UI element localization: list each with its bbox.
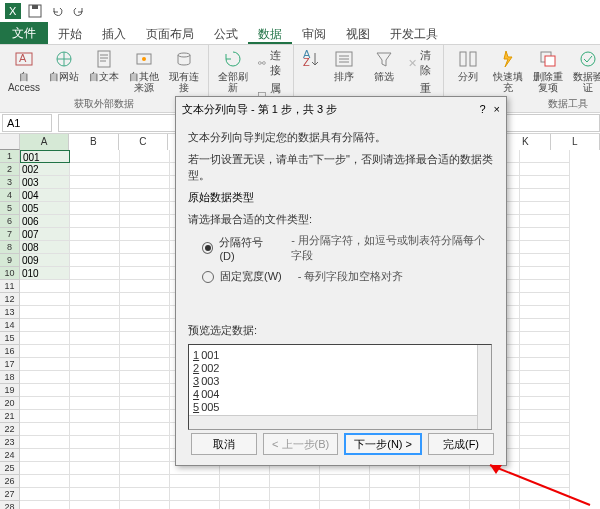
from-access-button[interactable]: A自 Access [6, 47, 42, 95]
cell[interactable] [120, 423, 170, 436]
cell[interactable] [70, 358, 120, 371]
cell[interactable] [120, 332, 170, 345]
cell[interactable] [20, 280, 70, 293]
cell[interactable] [120, 358, 170, 371]
tab-view[interactable]: 视图 [336, 22, 380, 44]
cell[interactable] [520, 176, 570, 189]
cell[interactable] [70, 501, 120, 509]
cell[interactable] [120, 163, 170, 176]
cell[interactable] [120, 241, 170, 254]
cell[interactable] [70, 267, 120, 280]
cancel-button[interactable]: 取消 [191, 433, 257, 455]
cell[interactable] [20, 293, 70, 306]
cell[interactable] [20, 410, 70, 423]
save-icon[interactable] [26, 2, 44, 20]
next-button[interactable]: 下一步(N) > [344, 433, 422, 455]
row-head[interactable]: 8 [0, 241, 19, 254]
row-head[interactable]: 16 [0, 345, 19, 358]
cell[interactable] [370, 488, 420, 501]
cell[interactable] [170, 501, 220, 509]
connections-item[interactable]: 连接 [255, 47, 287, 79]
cell[interactable] [20, 423, 70, 436]
cell[interactable] [520, 241, 570, 254]
cell[interactable] [70, 176, 120, 189]
row-head[interactable]: 11 [0, 280, 19, 293]
cell[interactable] [520, 423, 570, 436]
cell[interactable] [520, 371, 570, 384]
sort-az-button[interactable]: AZ [300, 47, 322, 73]
undo-icon[interactable] [48, 2, 66, 20]
cell[interactable] [520, 449, 570, 462]
cell[interactable] [220, 488, 270, 501]
cell[interactable] [20, 475, 70, 488]
cell[interactable] [120, 345, 170, 358]
row-head[interactable]: 1 [0, 150, 19, 163]
row-head[interactable]: 12 [0, 293, 19, 306]
cell[interactable] [120, 306, 170, 319]
cell[interactable] [70, 371, 120, 384]
cell[interactable] [120, 319, 170, 332]
cell[interactable] [270, 475, 320, 488]
cell[interactable] [120, 462, 170, 475]
row-head[interactable]: 26 [0, 475, 19, 488]
cell[interactable]: 010 [20, 267, 70, 280]
flash-fill-button[interactable]: 快速填充 [490, 47, 526, 95]
row-head[interactable]: 17 [0, 358, 19, 371]
cell[interactable] [120, 436, 170, 449]
cell[interactable] [70, 254, 120, 267]
cell[interactable] [120, 189, 170, 202]
row-head[interactable]: 21 [0, 410, 19, 423]
cell[interactable] [370, 501, 420, 509]
cell[interactable] [520, 280, 570, 293]
cell[interactable] [520, 358, 570, 371]
tab-review[interactable]: 审阅 [292, 22, 336, 44]
cell[interactable] [70, 345, 120, 358]
text-to-columns-button[interactable]: 分列 [450, 47, 486, 84]
cell[interactable] [520, 293, 570, 306]
cell[interactable] [120, 397, 170, 410]
cell[interactable] [20, 306, 70, 319]
cell[interactable] [70, 423, 120, 436]
cell[interactable] [20, 345, 70, 358]
row-head[interactable]: 6 [0, 215, 19, 228]
remove-duplicates-button[interactable]: 删除重复项 [530, 47, 566, 95]
row-head[interactable]: 19 [0, 384, 19, 397]
cell[interactable] [520, 397, 570, 410]
tab-insert[interactable]: 插入 [92, 22, 136, 44]
cell[interactable] [120, 293, 170, 306]
cell[interactable] [120, 228, 170, 241]
row-head[interactable]: 13 [0, 306, 19, 319]
cell[interactable] [420, 488, 470, 501]
row-head[interactable]: 5 [0, 202, 19, 215]
cell[interactable] [270, 501, 320, 509]
select-all-corner[interactable] [0, 134, 20, 150]
help-icon[interactable]: ? [479, 103, 485, 115]
cell[interactable] [20, 371, 70, 384]
cell[interactable] [70, 449, 120, 462]
preview-scrollbar-horizontal[interactable] [189, 415, 477, 429]
cell[interactable] [420, 501, 470, 509]
cell[interactable] [20, 462, 70, 475]
cell[interactable] [220, 501, 270, 509]
cell[interactable]: 004 [20, 189, 70, 202]
cell[interactable] [120, 280, 170, 293]
cell[interactable] [520, 436, 570, 449]
cell[interactable] [520, 384, 570, 397]
col-head-L[interactable]: L [551, 134, 600, 150]
cell[interactable] [70, 163, 120, 176]
cell[interactable] [70, 228, 120, 241]
cell[interactable] [70, 436, 120, 449]
data-validation-button[interactable]: 数据验证 [570, 47, 600, 95]
preview-scrollbar-vertical[interactable] [477, 345, 491, 429]
cell[interactable] [20, 319, 70, 332]
cell[interactable] [520, 189, 570, 202]
cell[interactable] [320, 501, 370, 509]
cell[interactable]: 009 [20, 254, 70, 267]
cell[interactable] [520, 462, 570, 475]
cell[interactable] [370, 475, 420, 488]
cell[interactable] [70, 332, 120, 345]
cell[interactable] [70, 306, 120, 319]
cell[interactable] [470, 475, 520, 488]
row-head[interactable]: 15 [0, 332, 19, 345]
row-head[interactable]: 24 [0, 449, 19, 462]
